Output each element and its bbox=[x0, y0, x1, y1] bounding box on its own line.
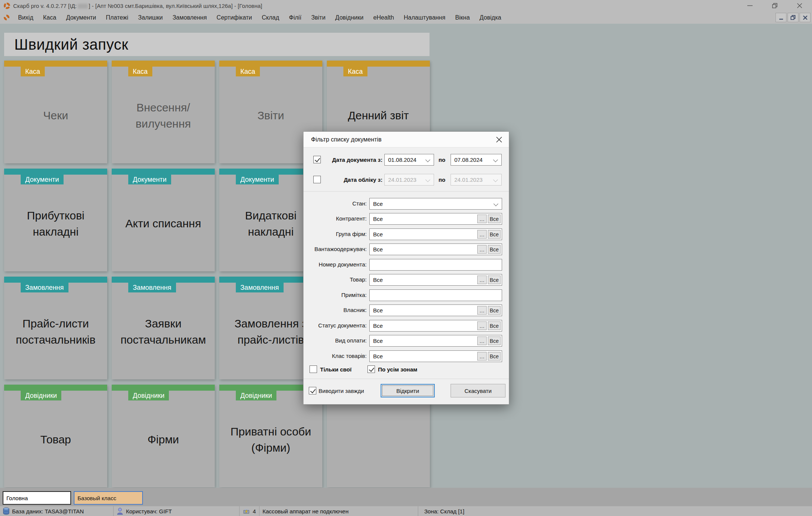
tovar-ellipsis-button[interactable]: … bbox=[477, 276, 487, 284]
menu-item-platezhi[interactable]: Платежі bbox=[101, 14, 134, 21]
zone-options-row: Тільки свої По усім зонам bbox=[304, 365, 510, 374]
only-mine-checkbox[interactable] bbox=[310, 365, 317, 373]
category-strip bbox=[4, 169, 107, 175]
tile-firmy[interactable]: Довідники Фірми bbox=[112, 385, 215, 487]
mdi-close-button[interactable] bbox=[800, 13, 810, 22]
menu-bar: Вихід Каса Документи Платежі Залишки Зам… bbox=[0, 11, 812, 24]
application-window: Скарб pro v. 4.0.2.77 [ІД:] - [Апт №003 … bbox=[0, 0, 812, 516]
date-document-checkbox[interactable] bbox=[313, 156, 321, 163]
tile-zayavky-postachalnykam[interactable]: Замовлення Заявки постачальникам bbox=[112, 277, 215, 379]
status-dokumenta-input[interactable]: Все …Все bbox=[369, 320, 502, 332]
vlasnyk-ellipsis-button[interactable]: … bbox=[477, 306, 487, 315]
tile-price-lysty-postachalnykiv[interactable]: Замовлення Прайс-листи постачальників bbox=[4, 277, 107, 379]
separator bbox=[304, 191, 509, 192]
menu-item-vikna[interactable]: Вікна bbox=[450, 14, 475, 21]
date-accounting-to-combo: 24.01.2023 bbox=[451, 174, 502, 186]
tovar-all-button[interactable]: Все bbox=[488, 276, 501, 284]
restore-button[interactable] bbox=[762, 0, 787, 11]
tile-vnesennya-vyluchennya[interactable]: Каса Внесення/вилучення bbox=[112, 61, 215, 163]
kontragent-ellipsis-button[interactable]: … bbox=[477, 215, 487, 223]
menu-item-sklad[interactable]: Склад bbox=[257, 14, 284, 21]
menu-item-zamovlennya[interactable]: Замовлення bbox=[168, 14, 212, 21]
vlasnyk-all-button[interactable]: Все bbox=[488, 306, 501, 315]
menu-item-filii[interactable]: Філії bbox=[284, 14, 306, 21]
menu-item-sertyfikaty[interactable]: Сертифікати bbox=[212, 14, 257, 21]
user-icon bbox=[117, 507, 123, 515]
vantazhooderzhuvach-all-button[interactable]: Все bbox=[488, 245, 501, 254]
stan-combo[interactable]: Все bbox=[369, 198, 502, 210]
menu-item-kasa[interactable]: Каса bbox=[38, 14, 61, 21]
tovar-input[interactable]: Все …Все bbox=[369, 274, 502, 286]
category-tab: Довідники bbox=[236, 391, 276, 400]
vyd-oplaty-all-button[interactable]: Все bbox=[488, 336, 501, 345]
klas-tovariv-all-button[interactable]: Все bbox=[488, 352, 501, 361]
menu-item-ehealth[interactable]: eHealth bbox=[368, 14, 399, 21]
mdi-window-controls bbox=[776, 13, 810, 22]
menu-item-dovidnyky[interactable]: Довідники bbox=[330, 14, 368, 21]
status-cash-count: 4 bbox=[240, 506, 260, 516]
tile-prybutkovi-nakladni[interactable]: Документи Прибуткові накладні bbox=[4, 169, 107, 271]
category-strip bbox=[4, 61, 107, 67]
tile-tovar[interactable]: Довідники Товар bbox=[4, 385, 107, 487]
vlasnyk-input[interactable]: Все …Все bbox=[369, 304, 502, 316]
mdi-minimize-button[interactable] bbox=[776, 13, 786, 22]
vantazhooderzhuvach-input[interactable]: Все …Все bbox=[369, 244, 502, 255]
tile-label: Звіти bbox=[257, 108, 284, 124]
close-window-button[interactable] bbox=[787, 0, 812, 11]
field-tovar: Товар: Все …Все bbox=[304, 274, 510, 286]
all-zones-checkbox[interactable] bbox=[367, 365, 375, 373]
category-strip bbox=[112, 169, 215, 175]
category-tab: Документи bbox=[236, 175, 279, 184]
grupa-firm-all-button[interactable]: Все bbox=[488, 230, 501, 239]
status-dokumenta-all-button[interactable]: Все bbox=[488, 321, 501, 330]
vyd-oplaty-ellipsis-button[interactable]: … bbox=[477, 336, 487, 345]
date-accounting-label: Дата обліку з: bbox=[322, 177, 382, 183]
tile-akty-spysannya[interactable]: Документи Акти списання bbox=[112, 169, 215, 271]
minimize-button[interactable] bbox=[738, 0, 762, 11]
status-dokumenta-ellipsis-button[interactable]: … bbox=[477, 321, 487, 330]
tab-bazovyi-klass[interactable]: Базовый класс bbox=[74, 491, 143, 505]
mdi-restore-button[interactable] bbox=[788, 13, 798, 22]
chevron-down-icon bbox=[425, 157, 430, 162]
kontragent-all-button[interactable]: Все bbox=[488, 215, 501, 223]
klas-tovariv-ellipsis-button[interactable]: … bbox=[477, 352, 487, 361]
tile-label: Приватні особи (Фірми) bbox=[225, 424, 317, 456]
category-tab: Замовлення bbox=[128, 283, 176, 292]
klas-tovariv-input[interactable]: Все …Все bbox=[369, 350, 502, 362]
grupa-firm-input[interactable]: Все …Все bbox=[369, 228, 502, 240]
vyd-oplaty-input[interactable]: Все …Все bbox=[369, 335, 502, 347]
date-accounting-checkbox[interactable] bbox=[313, 176, 321, 183]
field-kontragent: Контрагент: Все …Все bbox=[304, 213, 510, 225]
menu-item-nalashtuvannya[interactable]: Налаштування bbox=[399, 14, 451, 21]
tile-label: Заявки постачальникам bbox=[117, 316, 209, 348]
open-button[interactable]: Відкрити bbox=[381, 384, 435, 397]
menu-item-zvity[interactable]: Звіти bbox=[306, 14, 330, 21]
window-title-suffix: ] - [Апт №003 смт.Баришівка, вул.Київськ… bbox=[89, 3, 263, 9]
nomer-dokumenta-input[interactable] bbox=[369, 259, 502, 271]
always-show-label: Виводити завжди bbox=[319, 388, 364, 394]
always-show-checkbox[interactable] bbox=[309, 387, 316, 394]
tile-label: Акти списання bbox=[125, 216, 201, 232]
date-accounting-row: Дата обліку з: 24.01.2023 по 24.01.2023 bbox=[304, 174, 510, 186]
menu-item-dovidka[interactable]: Довідка bbox=[475, 14, 506, 21]
dialog-close-button[interactable] bbox=[495, 135, 504, 144]
grupa-firm-ellipsis-button[interactable]: … bbox=[477, 230, 487, 239]
cancel-button[interactable]: Скасувати bbox=[451, 384, 505, 397]
tile-label: Прайс-листи постачальників bbox=[9, 316, 102, 348]
menu-item-dokumenty[interactable]: Документи bbox=[61, 14, 101, 21]
date-document-to-combo[interactable]: 07.08.2024 bbox=[451, 154, 502, 166]
tile-cheky[interactable]: Каса Чеки bbox=[4, 61, 107, 163]
kontragent-input[interactable]: Все …Все bbox=[369, 213, 502, 225]
menu-item-zalyshky[interactable]: Залишки bbox=[133, 14, 168, 21]
status-bar: База даних: TASA3@TITAN Користувач: GIFT… bbox=[0, 506, 812, 516]
tab-holovna[interactable]: Головна bbox=[3, 491, 71, 505]
menu-item-vyhid[interactable]: Вихід bbox=[13, 14, 38, 21]
cash-register-icon bbox=[243, 508, 250, 514]
category-tab: Каса bbox=[21, 67, 45, 76]
category-strip bbox=[327, 61, 430, 67]
date-document-from-combo[interactable]: 01.08.2024 bbox=[384, 154, 434, 166]
prymitka-input[interactable] bbox=[369, 289, 502, 301]
category-strip bbox=[4, 277, 107, 283]
vantazhooderzhuvach-ellipsis-button[interactable]: … bbox=[477, 245, 487, 254]
only-mine-label: Тільки свої bbox=[320, 366, 352, 373]
